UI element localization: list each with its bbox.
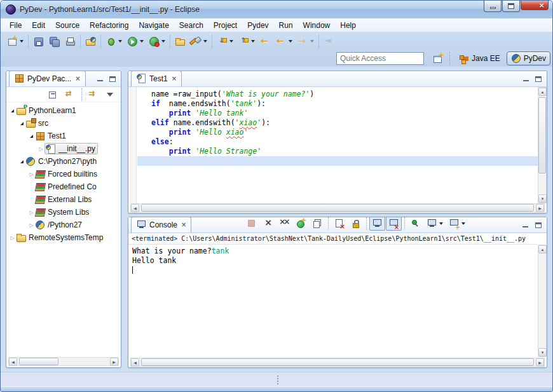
menu-edit[interactable]: Edit [27, 19, 50, 32]
scroll-down-icon[interactable]: ▼ [538, 194, 547, 203]
open-console-button[interactable] [446, 217, 468, 231]
expanded-arrow-icon[interactable] [18, 122, 25, 125]
collapsed-arrow-icon[interactable] [38, 146, 44, 152]
perspective-pydev[interactable]: PyDev [507, 51, 550, 65]
next-annotation-button[interactable] [214, 34, 236, 49]
scroll-thumb[interactable] [141, 358, 534, 366]
menu-source[interactable]: Source [50, 19, 85, 32]
pin-editor-button[interactable] [321, 34, 337, 49]
dropdown-arrow-icon[interactable] [203, 40, 207, 43]
relaunch-button[interactable] [293, 217, 309, 231]
dropdown-arrow-icon[interactable] [229, 40, 233, 43]
collapsed-arrow-icon[interactable] [28, 222, 35, 228]
scroll-right-icon[interactable]: ▶ [110, 358, 118, 366]
collapsed-arrow-icon[interactable] [28, 172, 35, 177]
console-minimize-button[interactable] [520, 220, 531, 230]
tree-item-remotesystemstemp[interactable]: RemoteSystemsTemp [6, 231, 121, 244]
dropdown-arrow-icon[interactable] [161, 40, 165, 43]
menu-run[interactable]: Run [274, 19, 298, 32]
show-stderr-button[interactable] [386, 217, 402, 231]
scroll-thumb[interactable] [141, 204, 534, 212]
editor-maximize-button[interactable] [533, 74, 544, 84]
dropdown-arrow-icon[interactable] [20, 40, 24, 43]
save-button[interactable] [31, 34, 46, 49]
scroll-right-icon[interactable]: ▶ [536, 204, 544, 212]
code-editor[interactable]: name =raw_input('What is your name?')if … [128, 87, 547, 203]
scroll-thumb[interactable] [19, 358, 58, 365]
display-console-button[interactable] [424, 217, 446, 231]
pin-console-button[interactable] [407, 217, 423, 231]
quick-access-input[interactable] [336, 52, 424, 65]
expanded-arrow-icon[interactable] [28, 135, 35, 138]
scroll-up-icon[interactable]: ▲ [538, 245, 547, 253]
scroll-right-icon[interactable]: ▶ [536, 358, 544, 367]
sync-editor-button[interactable] [85, 87, 101, 102]
copy-output-button[interactable] [310, 217, 325, 231]
forward-button[interactable] [295, 34, 317, 49]
menu-refactoring[interactable]: Refactoring [85, 19, 133, 32]
menu-navigate[interactable]: Navigate [133, 19, 174, 32]
code-area[interactable]: name =raw_input('What is your name?')if … [137, 87, 538, 203]
tab-console[interactable]: Console × [131, 217, 191, 233]
tree-item-c-python27-pyth[interactable]: C:\Python27\pyth [6, 155, 121, 168]
view-menu-button[interactable] [102, 87, 118, 102]
dropdown-arrow-icon[interactable] [310, 40, 314, 43]
minimize-window-button[interactable] [484, 1, 502, 12]
console-maximize-button[interactable] [533, 220, 544, 230]
collapsed-arrow-icon[interactable] [9, 235, 16, 241]
close-icon[interactable]: × [172, 75, 177, 82]
open-perspective-button[interactable] [430, 51, 446, 66]
clear-console-button[interactable] [331, 217, 347, 231]
last-edit-button[interactable] [257, 34, 273, 49]
link-with-editor-button[interactable] [62, 87, 78, 102]
open-resource-button[interactable] [172, 34, 188, 49]
show-stdout-button[interactable] [369, 217, 385, 231]
editor-vscrollbar[interactable]: ▲ ▼ [538, 87, 547, 203]
perspective-java-ee[interactable]: Java EE [454, 51, 505, 66]
menu-help[interactable]: Help [335, 19, 361, 32]
tab-pydev-package-explorer[interactable]: PyDev Pac... × [9, 71, 86, 86]
tree-item-system-libs[interactable]: System Libs [6, 206, 121, 219]
dropdown-arrow-icon[interactable] [289, 40, 292, 43]
debug-button[interactable] [103, 34, 125, 49]
tree-item--python27[interactable]: /Python27 [6, 219, 121, 231]
collapse-all-button[interactable] [45, 87, 61, 102]
new-wizard-button[interactable] [4, 34, 26, 49]
statusbar-drag-handle[interactable] [277, 375, 278, 377]
console-hscrollbar[interactable]: ◀ ▶ [130, 358, 545, 367]
remove-launch-button[interactable] [260, 217, 276, 231]
maximize-window-button[interactable] [502, 1, 520, 12]
scroll-left-icon[interactable]: ◀ [9, 358, 17, 366]
dropdown-arrow-icon[interactable] [439, 222, 443, 225]
dropdown-arrow-icon[interactable] [140, 40, 144, 43]
close-icon[interactable]: × [181, 221, 186, 228]
run-button[interactable] [125, 34, 146, 49]
scroll-left-icon[interactable]: ◀ [131, 204, 139, 212]
scroll-thumb[interactable] [538, 97, 546, 173]
explorer-hscrollbar[interactable]: ◀ ▶ [8, 357, 119, 366]
scroll-down-icon[interactable]: ▼ [538, 348, 547, 356]
dropdown-arrow-icon[interactable] [461, 222, 465, 225]
menu-window[interactable]: Window [298, 19, 336, 32]
close-window-button[interactable]: × [521, 1, 549, 10]
tree-item-pythonlearn1[interactable]: PythonLearn1 [6, 104, 121, 117]
tab-test1[interactable]: Test1 × [131, 71, 182, 86]
scroll-left-icon[interactable]: ◀ [131, 358, 139, 367]
tree-item-test1[interactable]: Test1 [6, 130, 121, 142]
scroll-up-icon[interactable]: ▲ [538, 88, 547, 96]
save-all-button[interactable] [46, 34, 62, 49]
expanded-arrow-icon[interactable] [18, 160, 25, 163]
tree-item-src[interactable]: src [6, 117, 121, 130]
console-vscrollbar[interactable]: ▲ ▼ [538, 245, 547, 357]
tree-item-predefined-co[interactable]: Predefined Co [6, 180, 121, 193]
open-pydev-wizard-button[interactable] [83, 34, 99, 49]
remove-all-launches-button[interactable] [276, 217, 292, 231]
tree-item--init-py[interactable]: __init__.py [6, 142, 121, 155]
menu-search[interactable]: Search [174, 19, 208, 32]
print-button[interactable] [62, 34, 78, 49]
run-coverage-button[interactable] [146, 34, 168, 49]
back-button[interactable] [273, 34, 295, 49]
editor-hscrollbar[interactable]: ◀ ▶ [130, 203, 545, 212]
console-output[interactable]: What is your name?tankHello tank [128, 245, 537, 357]
search-torch-button[interactable] [188, 34, 210, 49]
